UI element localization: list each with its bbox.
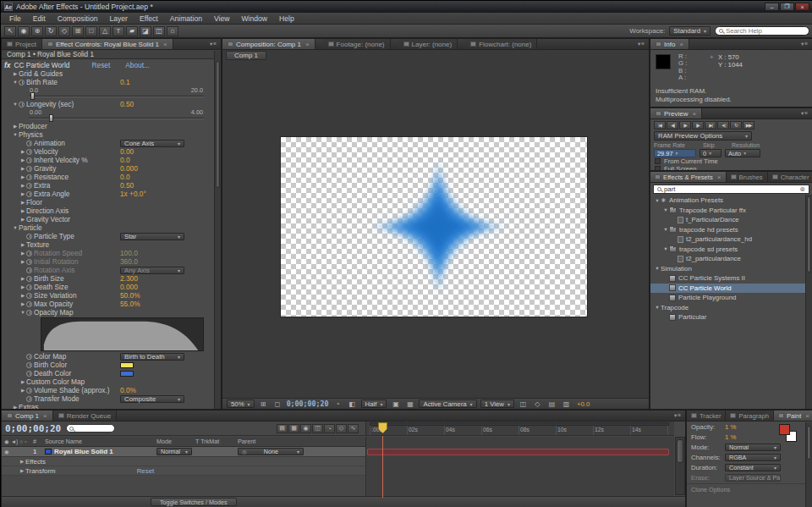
- timeline-prop-effects[interactable]: ▶Effects: [2, 457, 365, 466]
- twirl-arrow-icon[interactable]: ▶: [19, 217, 26, 222]
- twirl-arrow-icon[interactable]: ▼: [12, 225, 19, 230]
- selection-tool[interactable]: ↖: [4, 26, 16, 36]
- param-value[interactable]: 2.300: [120, 274, 138, 283]
- timeline-track-area[interactable]: [365, 437, 674, 496]
- frame-blending-icon[interactable]: ◫: [312, 424, 323, 433]
- tab-close-icon[interactable]: [678, 41, 683, 48]
- timeline-search-input[interactable]: [75, 426, 111, 432]
- draft-3d-icon[interactable]: ▦: [288, 424, 299, 433]
- pen-tool[interactable]: △: [99, 26, 111, 36]
- param-value[interactable]: 0.0: [120, 173, 130, 181]
- effects-presets-scrollbar[interactable]: [805, 195, 812, 409]
- param-value[interactable]: 0.000: [120, 164, 138, 173]
- twirl-arrow-icon[interactable]: ▶: [19, 251, 26, 256]
- param-value[interactable]: 0.1: [120, 78, 130, 86]
- menu-view[interactable]: View: [208, 14, 235, 23]
- twirl-arrow-icon[interactable]: ▶: [19, 166, 26, 171]
- menu-animation[interactable]: Animation: [164, 14, 208, 23]
- param-value[interactable]: 0.50: [120, 181, 134, 190]
- work-area-bar[interactable]: [370, 422, 669, 426]
- param-value[interactable]: 100.0: [120, 249, 138, 257]
- twirl-arrow-icon[interactable]: ▶: [19, 174, 26, 179]
- twirl-arrow-icon[interactable]: ▶: [19, 200, 26, 205]
- timeline-ruler[interactable]: :00s02s04s06s08s10s12s14s: [365, 422, 674, 436]
- type-tool[interactable]: T: [112, 26, 124, 36]
- fast-preview-icon[interactable]: ◇: [532, 400, 543, 408]
- tree-item-t2-particulardance[interactable]: t2_particulardance: [650, 254, 805, 264]
- slider-track[interactable]: [29, 118, 204, 119]
- maximize-button[interactable]: ❐: [780, 3, 794, 11]
- timeline-layer-row[interactable]: ◉1Royal Blue Solid 1NormalNone: [2, 447, 365, 457]
- tab-close-icon[interactable]: [304, 41, 310, 48]
- pixel-aspect-icon[interactable]: ◫: [518, 400, 529, 408]
- zoom-tool[interactable]: ⊕: [31, 26, 43, 36]
- fx-icon[interactable]: fx: [4, 61, 11, 69]
- twirl-arrow-icon[interactable]: ▶: [19, 459, 25, 464]
- twirl-arrow-icon[interactable]: ▶: [19, 157, 26, 163]
- tab-effect-controls-royal-blue-solid-1[interactable]: Effect Controls: Royal Blue Solid 1: [42, 39, 173, 49]
- composition-viewer[interactable]: Comp 1: [222, 50, 649, 398]
- effect-item-particle-playground[interactable]: Particle Playground: [650, 293, 805, 303]
- stopwatch-icon[interactable]: [26, 174, 32, 180]
- panel-menu-icon[interactable]: [671, 411, 685, 421]
- roi-icon[interactable]: ▣: [390, 400, 401, 408]
- audio-mute-button[interactable]: ◄): [717, 121, 729, 130]
- panel-menu-icon[interactable]: [206, 39, 221, 49]
- param-value[interactable]: 0.0: [120, 156, 130, 164]
- current-time-display[interactable]: 0;00;00;20: [5, 423, 61, 434]
- panel-menu-icon[interactable]: [798, 108, 812, 118]
- timeline-prop-transform[interactable]: ▶TransformReset: [2, 466, 365, 476]
- loop-button[interactable]: ↻: [730, 121, 742, 130]
- resolution-select[interactable]: Half: [361, 400, 387, 408]
- param-dropdown[interactable]: Any Axis: [120, 267, 184, 274]
- brainstorm-icon[interactable]: ◇: [336, 424, 347, 433]
- checkbox-icon[interactable]: [655, 158, 661, 164]
- param-dropdown[interactable]: Star: [120, 233, 184, 240]
- twirl-arrow-icon[interactable]: ▼: [12, 132, 19, 137]
- help-search-box[interactable]: [715, 26, 809, 36]
- effects-search-input[interactable]: [664, 185, 782, 193]
- paint-dropdown[interactable]: Normal: [725, 444, 781, 451]
- effect-item-particular[interactable]: Particular: [650, 312, 805, 322]
- stopwatch-icon[interactable]: [26, 141, 32, 146]
- twirl-arrow-icon[interactable]: ▶: [12, 71, 19, 76]
- column-header-parent[interactable]: Parent: [235, 438, 365, 445]
- field-value-resolution[interactable]: Auto: [725, 149, 760, 157]
- paint-value[interactable]: 1 %: [725, 433, 736, 441]
- graph-editor-icon[interactable]: ∿: [348, 424, 359, 433]
- menu-window[interactable]: Window: [235, 14, 273, 23]
- tab-close-icon[interactable]: [690, 110, 696, 118]
- stopwatch-icon[interactable]: [26, 362, 32, 368]
- brush-tool[interactable]: ▰: [126, 26, 138, 36]
- stopwatch-icon[interactable]: [26, 183, 32, 189]
- twirl-arrow-icon[interactable]: ▶: [19, 242, 26, 247]
- effects-search-box[interactable]: ⊗: [653, 185, 809, 194]
- help-search-input[interactable]: [726, 27, 798, 35]
- tab-flowchart-none[interactable]: Flowchart: (none): [465, 39, 537, 49]
- minimize-button[interactable]: –: [765, 3, 779, 11]
- show-channel-icon[interactable]: ◧: [347, 400, 358, 408]
- play-button[interactable]: ▶: [679, 121, 691, 130]
- stopwatch-icon[interactable]: [26, 293, 32, 299]
- field-value-skip[interactable]: 0: [700, 149, 721, 157]
- tree-item-simulation[interactable]: ▼Simulation: [650, 264, 805, 274]
- twirl-arrow-icon[interactable]: ▼: [19, 310, 26, 315]
- reset-button[interactable]: Reset: [92, 61, 111, 69]
- tree-item-trapcode[interactable]: ▼Trapcode: [650, 303, 805, 313]
- tab-tracker[interactable]: Tracker: [687, 411, 726, 421]
- timeline-search-box[interactable]: [66, 424, 115, 433]
- tab-info[interactable]: Info: [650, 39, 689, 49]
- layer-color-chip[interactable]: [45, 449, 52, 455]
- param-value[interactable]: 0.0%: [120, 386, 136, 394]
- clear-search-icon[interactable]: ⊗: [799, 185, 805, 193]
- view-layout-select[interactable]: 1 View: [480, 400, 514, 408]
- tab-footage-none[interactable]: Footage: (none): [323, 39, 391, 49]
- stopwatch-icon[interactable]: [26, 157, 32, 163]
- column-header-[interactable]: #: [30, 438, 42, 445]
- paint-dropdown[interactable]: RGBA: [725, 454, 781, 461]
- twirl-arrow-icon[interactable]: ▶: [19, 183, 26, 188]
- viewer-current-time[interactable]: 0;00;00;20: [287, 400, 329, 408]
- paint-scrollbar[interactable]: [805, 422, 812, 507]
- viewer-comp-tab[interactable]: Comp 1: [226, 51, 266, 60]
- magnification-select[interactable]: 50%: [227, 400, 255, 408]
